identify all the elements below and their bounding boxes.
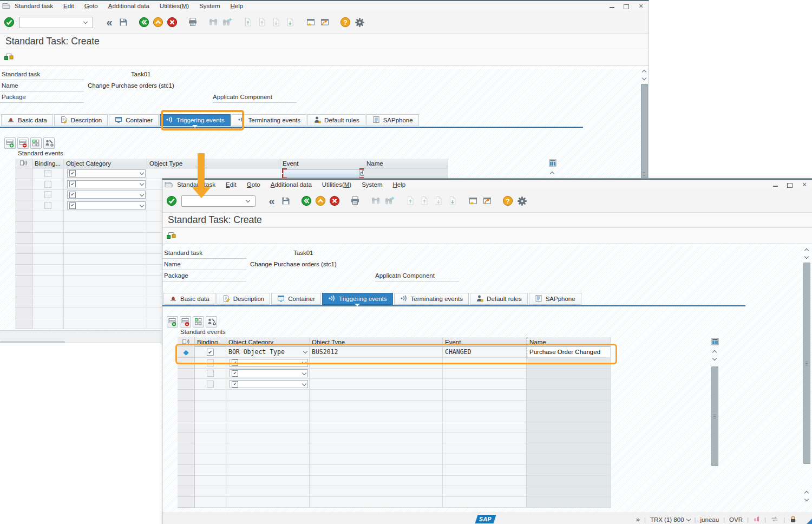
object-category-cell[interactable] [64,233,147,244]
sync-icon[interactable] [770,516,779,523]
menu-item-goto[interactable]: Goto [247,181,260,188]
tab-container[interactable]: Container [109,114,159,126]
tab-sapphone[interactable]: SAPphone [529,293,581,305]
binding-checkbox[interactable] [207,370,214,377]
column-header-object-category[interactable]: Object Category [64,159,147,168]
binding-cell[interactable] [195,390,226,401]
row-selector[interactable] [178,401,195,411]
name-cell[interactable] [527,390,611,401]
name-cell[interactable] [364,168,448,179]
column-header-selector[interactable] [178,337,195,347]
row-selector[interactable] [15,276,32,286]
row-selector[interactable] [178,443,195,454]
column-header-object-type[interactable]: Object Type [310,337,443,347]
row-selector[interactable] [15,168,32,179]
row-selector[interactable] [15,297,32,308]
event-cell[interactable] [443,486,527,497]
column-header-selector[interactable] [15,159,32,168]
object-category-cell[interactable] [64,286,147,297]
row-selector[interactable] [178,379,195,390]
exit-icon[interactable] [152,16,165,28]
menu-item-utilities-m[interactable]: Utilities(M) [322,181,351,188]
save-icon[interactable] [117,16,130,28]
command-input[interactable] [21,18,84,27]
insert-mode-field[interactable]: OVR [729,516,743,523]
column-header-object-category[interactable]: Object Category [226,337,310,347]
object-category-cell[interactable] [226,433,310,443]
object-category-cell[interactable] [226,379,310,390]
binding-cell[interactable] [32,190,64,201]
object-category-dropdown[interactable] [67,201,146,209]
binding-cell[interactable] [32,222,64,233]
binding-cell[interactable] [195,433,226,443]
matchcode-icon[interactable] [359,169,364,178]
restore-button[interactable] [623,3,630,9]
scroll-up-icon[interactable] [803,489,810,496]
menu-item-utilities-m[interactable]: Utilities(M) [160,3,189,9]
last-page-icon[interactable] [284,16,297,28]
binding-cell[interactable] [195,379,226,390]
binding-checkbox[interactable] [207,381,214,388]
find-next-icon[interactable] [221,16,234,28]
tab-triggering-events[interactable]: Triggering events [160,114,230,126]
binding-cell[interactable] [32,233,64,244]
column-header-object-type[interactable]: Object Type [147,159,280,168]
standard-task-value[interactable]: Task01 [131,71,150,77]
tab-container[interactable]: Container [271,293,321,305]
object-category-dropdown[interactable] [230,359,308,367]
tab-default-rules[interactable]: Default rules [307,114,365,126]
object-category-dropdown[interactable] [230,380,308,388]
column-header-binding[interactable]: Binding... [195,337,226,347]
row-selector[interactable] [15,318,32,329]
find-icon[interactable] [369,195,382,207]
org-structure-icon[interactable] [166,231,177,241]
object-type-cell[interactable] [310,497,443,508]
page-up-icon[interactable] [418,195,431,207]
column-header-binding[interactable]: Binding... [32,159,64,168]
object-category-cell[interactable] [64,254,147,265]
object-type-cell[interactable] [310,443,443,454]
event-cell[interactable]: CHANGED [443,347,527,358]
object-category-cell[interactable] [64,265,147,276]
column-header-name[interactable]: Name [364,159,448,168]
object-type-cell[interactable] [310,422,443,433]
find-next-icon[interactable] [383,195,396,207]
object-category-cell[interactable] [64,179,147,190]
name-value[interactable]: Change Purchase orders (stc1) [88,82,174,89]
row-selector[interactable] [15,233,32,244]
object-category-cell[interactable] [226,497,310,508]
scroll-down-icon[interactable] [711,355,718,362]
row-selector[interactable] [178,486,195,497]
menu-item-edit[interactable]: Edit [226,181,237,188]
object-type-cell[interactable] [310,401,443,411]
minimize-button[interactable] [772,181,778,188]
menu-item-additional-data[interactable]: Additional data [108,3,149,9]
event-cell[interactable] [443,411,527,422]
close-button[interactable]: × [801,181,808,188]
help-icon[interactable]: ? [339,16,352,28]
binding-cell[interactable] [195,422,226,433]
object-category-cell[interactable] [64,318,147,329]
delete-row-button[interactable] [180,316,191,328]
menu-item-standard-task[interactable]: Standard task [177,181,215,188]
event-cell[interactable] [443,433,527,443]
last-page-icon[interactable] [446,195,459,207]
row-selector[interactable] [178,497,195,508]
copy-rows-button[interactable] [193,316,204,328]
binding-cell[interactable] [32,244,64,254]
row-selector[interactable] [15,211,32,222]
back-icon[interactable] [300,195,313,207]
first-page-icon[interactable] [241,16,254,28]
cancel-icon[interactable] [328,195,341,207]
event-cell[interactable] [443,497,527,508]
row-selector[interactable] [178,358,195,369]
new-session-icon[interactable]: ★ [467,195,480,207]
new-session-icon[interactable]: ★ [304,16,317,28]
binding-cell[interactable] [32,297,64,308]
object-category-cell[interactable] [64,211,147,222]
enter-icon[interactable] [165,195,178,207]
column-header-event[interactable]: Event [280,159,364,168]
binding-cell[interactable] [32,254,64,265]
object-category-cell[interactable]: BOR Object Type [226,347,310,358]
row-selector[interactable] [15,179,32,190]
